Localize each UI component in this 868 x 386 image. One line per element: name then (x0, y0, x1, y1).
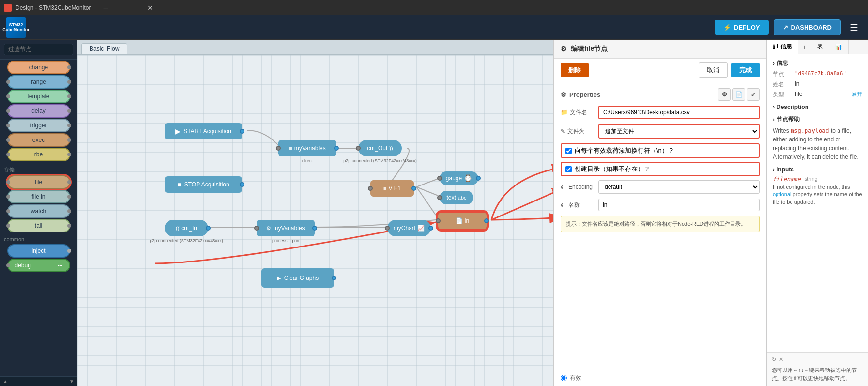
action-select[interactable]: 追加至文件 覆盖文件 删除文件 (598, 124, 760, 139)
port-left (6, 209, 10, 213)
info-tab-i[interactable]: i (798, 40, 812, 54)
refresh-icon[interactable]: ↻ (772, 355, 776, 364)
storage-section-label: 存储 (0, 163, 77, 174)
expand-link[interactable]: 展开 (852, 91, 862, 99)
checkbox-newline[interactable] (565, 148, 572, 154)
tab-i-label: i (804, 44, 806, 50)
sidebar-item-rbe[interactable]: rbe (7, 148, 70, 161)
close-button[interactable]: ✕ (139, 0, 161, 15)
checkbox-mkdir-row: 创建目录（如果不存在）？ (561, 162, 760, 176)
search-input[interactable] (4, 44, 73, 55)
checkbox-mkdir[interactable] (565, 166, 572, 172)
minimize-button[interactable]: ─ (94, 0, 117, 15)
description-title: › Description (773, 104, 862, 110)
start-acq-icon: ▶ (175, 127, 181, 135)
node-label-inject: inject (31, 247, 45, 254)
name-label: 🏷 名称 (561, 201, 594, 209)
edit-panel-header: ⚙ 编辑file节点 (554, 40, 766, 59)
port-right (67, 65, 71, 69)
info-section-description: › Description (773, 104, 862, 110)
port-left (6, 180, 10, 184)
valid-radio[interactable] (561, 375, 567, 381)
sidebar-item-exec[interactable]: exec (7, 133, 70, 147)
info-tab-info[interactable]: ℹ i 信息 (767, 40, 798, 54)
node-text[interactable]: text abc (440, 191, 473, 204)
chevron-desc-icon: › (773, 104, 775, 110)
canvas-grid[interactable]: ▶ START Acquisition ■ STOP Acquisition ≡… (77, 55, 553, 386)
node-gauge[interactable]: gauge ⌚ (440, 171, 478, 185)
window-controls: ─ □ ✕ (94, 0, 161, 15)
checkbox-newline-label: 向每个有效载荷添加换行符（\n）？ (575, 146, 674, 155)
info-section-info: › 信息 节点 "d9467c7b.8a8a6" 姓名 in 类型 file (773, 59, 862, 99)
stop-acq-icon: ■ (177, 181, 181, 188)
logo: STM32CubeMonitor (6, 17, 26, 38)
port-right (67, 180, 71, 184)
node-vf1[interactable]: ≡ V F1 (370, 180, 414, 197)
helper-text: 您可以用←↑↓→键来移动被选中的节点。按住⇧可以更快地移动节点。 (772, 366, 863, 383)
maximize-button[interactable]: □ (117, 0, 139, 15)
info-tab-chart[interactable]: 📊 (829, 40, 849, 54)
node-start-acquisition[interactable]: ▶ START Acquisition (165, 123, 242, 139)
info-section-help: › 节点帮助 Writes msg.payload to a file, eit… (773, 115, 862, 161)
node-cnt-in[interactable]: (( cnt_In p2p connected (STM32F42xxx/43x… (165, 220, 208, 236)
scroll-up-button[interactable]: ▲ (3, 379, 8, 384)
stop-acq-label: STOP Acquisition (184, 181, 229, 188)
port-left (436, 218, 441, 223)
doc-icon-btn[interactable]: 📄 (732, 88, 745, 101)
sidebar-item-delay[interactable]: delay (7, 104, 70, 118)
sidebar-item-debug[interactable]: debug ▪▪▪ (7, 259, 70, 272)
info-body: › 信息 节点 "d9467c7b.8a8a6" 姓名 in 类型 file (767, 54, 868, 352)
node-in-file[interactable]: 📄 in (438, 213, 487, 229)
delete-button[interactable]: 删除 (561, 63, 589, 77)
done-button[interactable]: 完成 (731, 63, 760, 77)
logo-text: STM32CubeMonitor (2, 23, 30, 32)
node-label-change: change (29, 64, 48, 71)
dashboard-button[interactable]: ↗ DASHBOARD (774, 19, 841, 35)
checkbox-mkdir-label: 创建目录（如果不存在）？ (575, 165, 650, 173)
name-row: 🏷 名称 (561, 199, 760, 211)
sidebar-item-tail[interactable]: tail (7, 219, 70, 232)
gear-icon: ⚙ (561, 45, 567, 53)
sidebar-item-watch[interactable]: watch (7, 204, 70, 218)
name-input[interactable] (598, 199, 760, 211)
help-code: msg.payload (791, 127, 829, 134)
node-mychart[interactable]: myChart 📈 (387, 220, 431, 236)
node-cnt-out[interactable]: cnt_Out )) p2p connected (STM32F42xxx/43… (358, 140, 402, 156)
text-label: text (446, 194, 456, 201)
node-stop-acquisition[interactable]: ■ STOP Acquisition (165, 176, 242, 193)
expand-icon-btn[interactable]: ⤢ (747, 88, 760, 101)
helper-panel: ↻ ✕ 您可以用←↑↓→键来移动被选中的节点。按住⇧可以更快地移动节点。 (767, 352, 868, 386)
canvas-tab-basic-flow[interactable]: Basic_Flow (81, 43, 127, 54)
scroll-down-button[interactable]: ▼ (69, 379, 74, 384)
sidebar-item-file-in[interactable]: file in (7, 190, 70, 203)
sidebar-item-range[interactable]: range (7, 75, 70, 89)
deploy-button[interactable]: ⚡ DEPLOY (715, 20, 768, 35)
tab-char-label: 表 (817, 43, 823, 51)
properties-label: Properties (569, 91, 600, 98)
sidebar-item-inject[interactable]: inject (7, 244, 70, 258)
filename-input[interactable] (598, 106, 760, 119)
sidebar-item-trigger[interactable]: trigger (7, 119, 70, 132)
sidebar-item-template[interactable]: template (7, 90, 70, 103)
encoding-row: 🏷 Encoding default utf8 base64 (561, 180, 760, 194)
node-clear-graphs[interactable]: ▶ Clear Graphs (261, 268, 334, 288)
topbar: STM32CubeMonitor ⚡ DEPLOY ↗ DASHBOARD ☰ (0, 15, 868, 40)
sidebar-item-change[interactable]: change (7, 61, 70, 74)
port-left (6, 153, 10, 156)
encoding-select[interactable]: default utf8 base64 (598, 180, 760, 194)
close-helper-icon[interactable]: ✕ (779, 355, 783, 364)
direct-label: direct (302, 158, 313, 163)
info-section-title: › 信息 (773, 59, 862, 67)
sidebar-item-file[interactable]: file (7, 175, 70, 189)
info-tab-char[interactable]: 表 (811, 40, 829, 54)
settings-icon-btn[interactable]: ⚙ (718, 88, 731, 101)
input-header: filename string (773, 176, 862, 183)
node-myvariables-1[interactable]: ≡ myVariables direct (278, 140, 336, 156)
name-value: in (795, 80, 799, 89)
port-left (437, 195, 442, 200)
node-myvariables-2[interactable]: ⚙ myVariables processing on (257, 220, 315, 236)
chevron-icon: › (773, 60, 775, 67)
cancel-button[interactable]: 取消 (699, 62, 728, 78)
menu-button[interactable]: ☰ (846, 20, 862, 35)
filename-label: 📁 文件名 (561, 108, 594, 117)
